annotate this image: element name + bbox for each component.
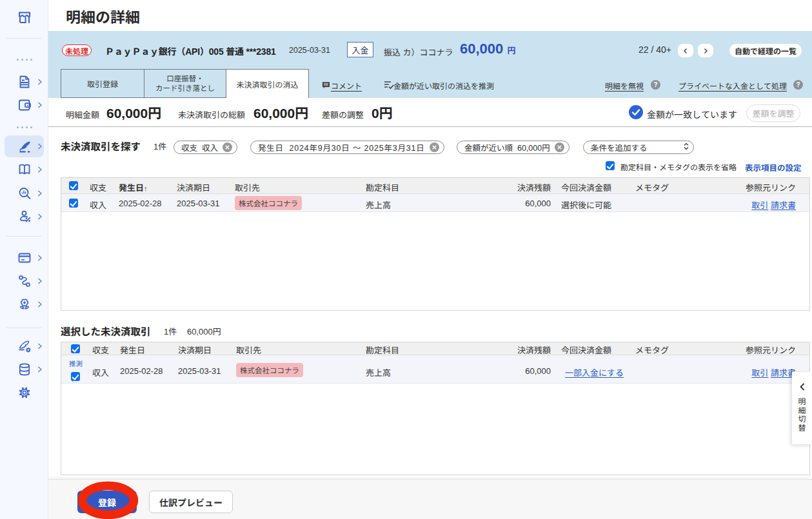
svg-text:?: ? [653, 81, 657, 88]
svg-text:?: ? [796, 81, 800, 88]
